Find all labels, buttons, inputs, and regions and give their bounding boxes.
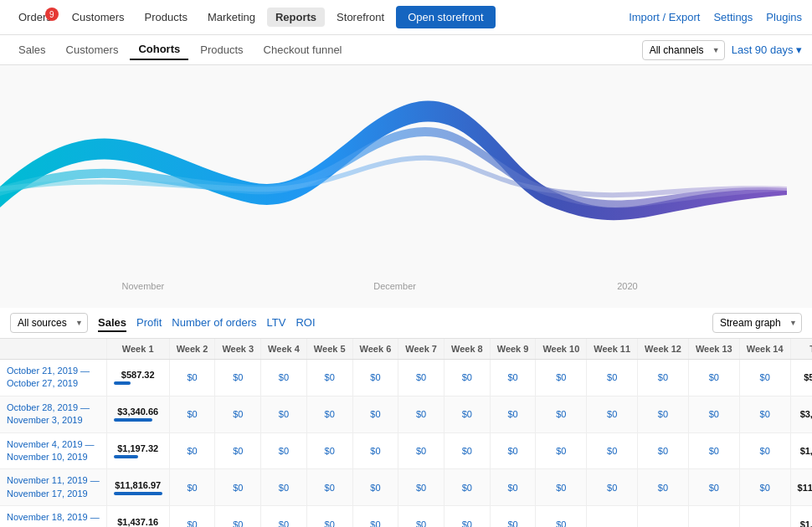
row-week4-value: $0 bbox=[261, 506, 307, 527]
month-label-november: November bbox=[122, 281, 165, 291]
metric-tab-sales[interactable]: Sales bbox=[98, 315, 126, 332]
row-week3-value: $0 bbox=[215, 432, 261, 469]
row-week12-value: $0 bbox=[638, 432, 689, 469]
nav-customers[interactable]: Customers bbox=[64, 8, 133, 27]
table-wrap[interactable]: Week 1 Week 2 Week 3 Week 4 Week 5 Week … bbox=[0, 339, 812, 527]
row-week10-value: $0 bbox=[536, 396, 587, 432]
row-week1-value: $3,340.66 bbox=[106, 396, 169, 432]
row-week2-value: $0 bbox=[169, 469, 215, 506]
col-header-week8: Week 8 bbox=[444, 339, 490, 360]
subnav-customers[interactable]: Customers bbox=[58, 40, 127, 59]
col-header-week5: Week 5 bbox=[306, 339, 352, 360]
channel-select[interactable]: All channels bbox=[642, 40, 725, 60]
subnav-cohorts[interactable]: Cohorts bbox=[130, 39, 188, 60]
graph-type-select[interactable]: Stream graph bbox=[712, 313, 802, 333]
row-week13-value: $0 bbox=[688, 360, 739, 397]
row-week5-value: $0 bbox=[306, 469, 352, 506]
row-date-label: November 11, 2019 —November 17, 2019 bbox=[0, 469, 106, 506]
col-header-week11: Week 11 bbox=[587, 339, 638, 360]
row-week14-value: $0 bbox=[739, 396, 790, 432]
sub-nav-right: All channels Last 90 days ▾ bbox=[642, 40, 802, 60]
subnav-checkout-funnel[interactable]: Checkout funnel bbox=[255, 40, 351, 59]
row-week7-value: $0 bbox=[398, 360, 445, 397]
row-week9-value: $0 bbox=[490, 469, 536, 506]
row-total-value: $3,340.66 bbox=[790, 396, 812, 432]
stream-graph-section: November December 2020 bbox=[0, 65, 812, 308]
row-week8-value: $0 bbox=[444, 396, 490, 432]
row-week11-value: $0 bbox=[587, 469, 638, 506]
controls-bar: All sources Sales Profit Number of order… bbox=[0, 308, 812, 339]
row-week11-value: $0 bbox=[587, 396, 638, 432]
row-week10-value: $0 bbox=[536, 469, 587, 506]
import-export-link[interactable]: Import / Export bbox=[629, 11, 700, 23]
metric-tab-orders[interactable]: Number of orders bbox=[172, 315, 256, 332]
table-header: Week 1 Week 2 Week 3 Week 4 Week 5 Week … bbox=[0, 339, 812, 360]
row-week4-value: $0 bbox=[261, 396, 307, 432]
row-date-label: October 21, 2019 —October 27, 2019 bbox=[0, 360, 106, 397]
table-row: October 21, 2019 —October 27, 2019$587.3… bbox=[0, 360, 812, 397]
row-week8-value: $0 bbox=[444, 432, 490, 469]
row-week7-value: $0 bbox=[398, 396, 445, 432]
table-row: November 11, 2019 —November 17, 2019$11,… bbox=[0, 469, 812, 506]
row-week2-value: $0 bbox=[169, 432, 215, 469]
month-label-2020: 2020 bbox=[617, 281, 637, 291]
metric-tab-roi[interactable]: ROI bbox=[296, 315, 315, 332]
nav-reports-label: Reports bbox=[275, 11, 316, 23]
col-header-week9: Week 9 bbox=[490, 339, 536, 360]
open-storefront-button[interactable]: Open storefront bbox=[396, 6, 495, 28]
row-week1-value: $587.32 bbox=[106, 360, 169, 397]
row-week4-value: $0 bbox=[261, 469, 307, 506]
nav-orders[interactable]: Orders 9 bbox=[10, 8, 60, 27]
row-week5-value: $0 bbox=[306, 360, 352, 397]
plugins-link[interactable]: Plugins bbox=[766, 11, 802, 23]
cohorts-table: Week 1 Week 2 Week 3 Week 4 Week 5 Week … bbox=[0, 339, 812, 527]
source-select[interactable]: All sources bbox=[10, 313, 88, 333]
nav-marketing-label: Marketing bbox=[208, 11, 255, 23]
row-week6-value: $0 bbox=[352, 506, 398, 527]
row-week3-value: $0 bbox=[215, 469, 261, 506]
sub-nav: Sales Customers Cohorts Products Checkou… bbox=[0, 35, 812, 65]
row-week13-value: $0 bbox=[688, 396, 739, 432]
col-header-week4: Week 4 bbox=[261, 339, 307, 360]
row-week9-value: $0 bbox=[490, 506, 536, 527]
row-date-label: November 4, 2019 —November 10, 2019 bbox=[0, 432, 106, 469]
row-week9-value: $0 bbox=[490, 360, 536, 397]
row-total-value: $11,816.97 bbox=[790, 469, 812, 506]
table-row: November 4, 2019 —November 10, 2019$1,19… bbox=[0, 432, 812, 469]
table-body: October 21, 2019 —October 27, 2019$587.3… bbox=[0, 360, 812, 528]
settings-link[interactable]: Settings bbox=[713, 11, 753, 23]
row-week14-value: $0 bbox=[739, 469, 790, 506]
channel-select-wrap: All channels bbox=[642, 40, 725, 60]
row-week12-value: $0 bbox=[638, 396, 689, 432]
col-header-week2: Week 2 bbox=[169, 339, 215, 360]
row-week10-value: $0 bbox=[536, 360, 587, 397]
nav-reports[interactable]: Reports bbox=[267, 8, 325, 27]
nav-products[interactable]: Products bbox=[136, 8, 196, 27]
row-week6-value: $0 bbox=[352, 396, 398, 432]
metric-tab-profit[interactable]: Profit bbox=[136, 315, 162, 332]
subnav-products[interactable]: Products bbox=[192, 40, 251, 59]
row-date-label: October 28, 2019 —November 3, 2019 bbox=[0, 396, 106, 432]
sub-nav-left: Sales Customers Cohorts Products Checkou… bbox=[10, 39, 642, 60]
subnav-sales[interactable]: Sales bbox=[10, 40, 54, 59]
col-header-week6: Week 6 bbox=[352, 339, 398, 360]
row-week8-value: $0 bbox=[444, 506, 490, 527]
row-week5-value: $0 bbox=[306, 506, 352, 527]
row-week11-value: $0 bbox=[587, 360, 638, 397]
row-week4-value: $0 bbox=[261, 432, 307, 469]
row-total-value: $587.32 bbox=[790, 360, 812, 397]
source-select-wrap: All sources bbox=[10, 313, 88, 333]
nav-storefront-label: Storefront bbox=[337, 11, 384, 23]
row-week5-value: $0 bbox=[306, 432, 352, 469]
row-week10-value: $0 bbox=[536, 506, 587, 527]
row-week12-value: $0 bbox=[638, 360, 689, 397]
row-week13-value bbox=[688, 506, 739, 527]
nav-storefront[interactable]: Storefront bbox=[328, 8, 393, 27]
nav-marketing[interactable]: Marketing bbox=[199, 8, 264, 27]
row-week2-value: $0 bbox=[169, 506, 215, 527]
row-week4-value: $0 bbox=[261, 360, 307, 397]
row-week6-value: $0 bbox=[352, 360, 398, 397]
metric-tab-ltv[interactable]: LTV bbox=[266, 315, 285, 332]
col-header-week12: Week 12 bbox=[638, 339, 689, 360]
date-range-button[interactable]: Last 90 days ▾ bbox=[732, 43, 802, 56]
